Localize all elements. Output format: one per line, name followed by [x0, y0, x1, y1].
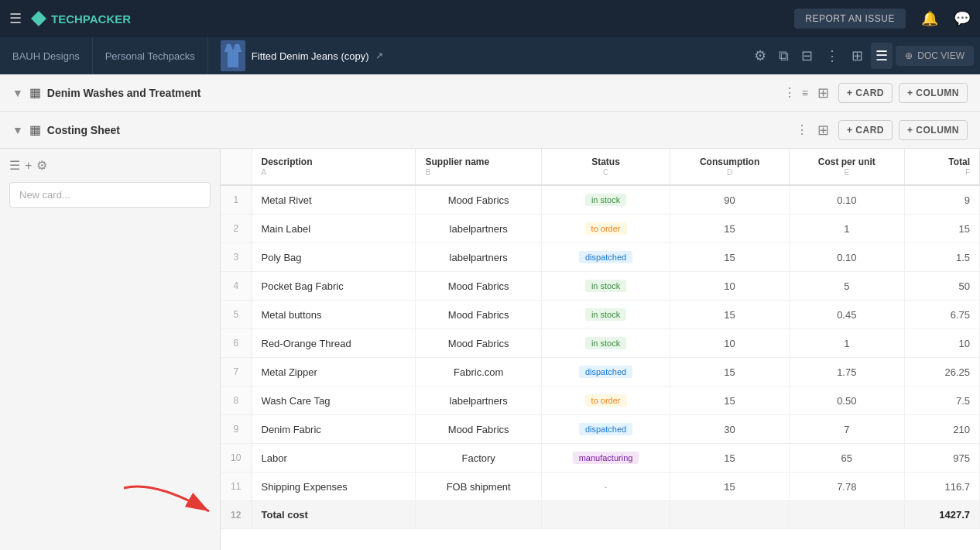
cell-cost-per-unit[interactable]: 1: [789, 215, 904, 243]
cell-cost-per-unit[interactable]: [789, 501, 904, 529]
costing-add-card-button[interactable]: + CARD: [838, 120, 893, 140]
cell-consumption[interactable]: 10: [670, 272, 790, 301]
more-options-icon[interactable]: ⋮: [821, 43, 844, 69]
card-tool-settings-icon[interactable]: ⚙: [36, 158, 47, 173]
cell-description[interactable]: Metal Zipper: [252, 358, 416, 387]
doc-view-button[interactable]: ⊕ DOC VIEW: [896, 46, 974, 66]
cell-status[interactable]: -: [541, 473, 670, 501]
cell-total[interactable]: 50: [904, 272, 979, 301]
cell-status[interactable]: to order: [541, 387, 670, 415]
cell-total[interactable]: 116.7: [904, 473, 979, 501]
copy-icon[interactable]: ⧉: [774, 43, 793, 69]
cell-status[interactable]: in stock: [541, 329, 670, 358]
cell-supplier[interactable]: FOB shipment: [416, 473, 541, 501]
cell-total[interactable]: 7.5: [904, 387, 979, 415]
cell-consumption[interactable]: 15: [670, 243, 790, 272]
cell-cost-per-unit[interactable]: 1: [789, 329, 904, 358]
cell-consumption[interactable]: 15: [670, 358, 790, 387]
cell-supplier[interactable]: Factory: [416, 444, 541, 473]
cell-supplier[interactable]: Mood Fabrics: [416, 415, 541, 444]
grid-view-button[interactable]: ⊞: [847, 43, 868, 69]
cell-consumption[interactable]: 15: [670, 387, 790, 415]
cell-consumption[interactable]: 15: [670, 473, 790, 501]
cell-total[interactable]: 10: [904, 329, 979, 358]
cell-total[interactable]: 1427.7: [904, 501, 979, 529]
cell-total[interactable]: 1.5: [904, 243, 979, 272]
table-container[interactable]: Description A Supplier name B Status C C…: [221, 149, 980, 550]
cell-consumption[interactable]: 15: [670, 301, 790, 329]
cell-description[interactable]: Red-Orange Thread: [252, 329, 416, 358]
cell-total[interactable]: 15: [904, 215, 979, 243]
cell-total[interactable]: 975: [904, 444, 979, 473]
cell-cost-per-unit[interactable]: 0.50: [789, 387, 904, 415]
section-denim-menu-icon[interactable]: ⋮: [783, 85, 796, 100]
cell-status[interactable]: in stock: [541, 272, 670, 301]
cell-cost-per-unit[interactable]: 5: [789, 272, 904, 301]
cell-supplier[interactable]: labelpartners: [416, 215, 541, 243]
cell-cost-per-unit[interactable]: 7: [789, 415, 904, 444]
card-tool-menu-icon[interactable]: ☰: [9, 158, 20, 173]
denim-add-card-button[interactable]: + CARD: [838, 83, 893, 103]
logo[interactable]: TECHPACKER: [31, 11, 131, 26]
cell-description[interactable]: Denim Fabric: [252, 415, 416, 444]
filter-icon[interactable]: ⊟: [797, 43, 817, 69]
cell-total[interactable]: 6.75: [904, 301, 979, 329]
cell-description[interactable]: Main Label: [252, 215, 416, 243]
card-tool-add-icon[interactable]: +: [25, 159, 32, 173]
resize-handle[interactable]: [219, 149, 222, 550]
cell-cost-per-unit[interactable]: 0.10: [789, 185, 904, 215]
external-link-icon[interactable]: ↗: [375, 50, 383, 61]
costing-add-column-button[interactable]: + COLUMN: [899, 120, 968, 140]
cell-status[interactable]: manufacturing: [541, 444, 670, 473]
cell-cost-per-unit[interactable]: 65: [789, 444, 904, 473]
cell-description[interactable]: Wash Care Tag: [252, 387, 416, 415]
denim-grid-icon[interactable]: ⊞: [814, 81, 832, 105]
cell-consumption[interactable]: [670, 501, 790, 529]
section-denim-columns-icon[interactable]: ≡: [802, 87, 808, 99]
cell-description[interactable]: Poly Bag: [252, 243, 416, 272]
breadcrumb-personal[interactable]: Personal Techpacks: [93, 37, 208, 74]
cell-total[interactable]: 210: [904, 415, 979, 444]
cell-supplier[interactable]: [416, 501, 541, 529]
list-view-button[interactable]: ☰: [871, 43, 893, 69]
cell-supplier[interactable]: Mood Fabrics: [416, 329, 541, 358]
cell-cost-per-unit[interactable]: 1.75: [789, 358, 904, 387]
cell-supplier[interactable]: labelpartners: [416, 243, 541, 272]
cell-status[interactable]: dispatched: [541, 358, 670, 387]
notifications-icon[interactable]: 🔔: [921, 10, 938, 27]
breadcrumb-bauh[interactable]: BAUH Designs: [12, 37, 93, 74]
cell-description[interactable]: Labor: [252, 444, 416, 473]
cell-cost-per-unit[interactable]: 0.45: [789, 301, 904, 329]
report-issue-button[interactable]: REPORT AN ISSUE: [794, 9, 906, 29]
cell-consumption[interactable]: 15: [670, 444, 790, 473]
cell-status[interactable]: dispatched: [541, 415, 670, 444]
cell-description[interactable]: Metal buttons: [252, 301, 416, 329]
cell-consumption[interactable]: 15: [670, 215, 790, 243]
cell-description[interactable]: Pocket Bag Fabric: [252, 272, 416, 301]
cell-supplier[interactable]: Fabric.com: [416, 358, 541, 387]
cell-status[interactable]: to order: [541, 215, 670, 243]
cell-supplier[interactable]: Mood Fabrics: [416, 185, 541, 215]
cell-total[interactable]: 26.25: [904, 358, 979, 387]
cell-description[interactable]: Shipping Expenses: [252, 473, 416, 501]
cell-supplier[interactable]: Mood Fabrics: [416, 272, 541, 301]
breadcrumb-product[interactable]: Fitted Denim Jeans (copy) ↗: [208, 37, 396, 74]
collapse-costing-icon[interactable]: ▼: [12, 124, 23, 136]
denim-add-column-button[interactable]: + COLUMN: [899, 83, 968, 103]
cell-consumption[interactable]: 90: [670, 185, 790, 215]
cell-description[interactable]: Metal Rivet: [252, 185, 416, 215]
cell-status[interactable]: dispatched: [541, 243, 670, 272]
cell-supplier[interactable]: Mood Fabrics: [416, 301, 541, 329]
cell-status[interactable]: in stock: [541, 185, 670, 215]
collapse-denim-icon[interactable]: ▼: [12, 87, 23, 99]
cell-consumption[interactable]: 10: [670, 329, 790, 358]
section-costing-menu-icon[interactable]: ⋮: [796, 122, 808, 137]
cell-cost-per-unit[interactable]: 7.78: [789, 473, 904, 501]
cell-status[interactable]: in stock: [541, 301, 670, 329]
cell-supplier[interactable]: labelpartners: [416, 387, 541, 415]
feedback-icon[interactable]: 💬: [954, 10, 971, 27]
cell-status[interactable]: [541, 501, 670, 529]
costing-grid-icon[interactable]: ⊞: [814, 119, 832, 142]
cell-total[interactable]: 9: [904, 185, 979, 215]
cell-consumption[interactable]: 30: [670, 415, 790, 444]
